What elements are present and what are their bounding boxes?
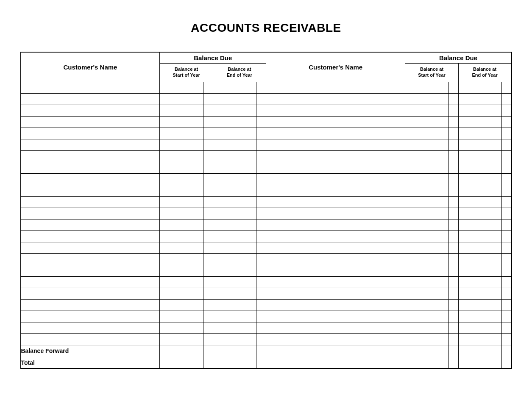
cell — [160, 105, 203, 116]
cell — [449, 219, 459, 230]
cell — [458, 128, 502, 139]
cell — [502, 357, 512, 369]
cell — [502, 333, 512, 345]
cell — [256, 173, 266, 185]
cell — [405, 105, 449, 116]
cell — [256, 357, 266, 369]
cell — [160, 93, 203, 105]
cell — [449, 139, 459, 150]
cell — [449, 196, 459, 208]
cell — [256, 333, 266, 345]
cell — [266, 150, 405, 162]
cell — [203, 162, 213, 173]
cell — [266, 311, 405, 322]
cell — [502, 196, 512, 208]
cell — [266, 276, 405, 288]
cell — [405, 322, 449, 333]
cell — [160, 345, 203, 357]
cell — [449, 276, 459, 288]
cell — [449, 345, 459, 357]
header-balance-due-right: Balance Due — [405, 52, 512, 63]
cell — [203, 93, 213, 105]
table-row — [21, 196, 512, 208]
cell — [213, 82, 256, 93]
cell — [160, 128, 203, 139]
cell — [458, 116, 502, 128]
cell — [256, 311, 266, 322]
cell — [449, 357, 459, 369]
cell — [160, 208, 203, 219]
cell — [458, 357, 502, 369]
cell — [449, 230, 459, 242]
cell — [203, 173, 213, 185]
cell — [256, 345, 266, 357]
cell — [266, 116, 405, 128]
balance-forward-row: Balance Forward — [21, 345, 512, 357]
cell — [405, 276, 449, 288]
cell — [160, 219, 203, 230]
cell — [405, 230, 449, 242]
cell — [458, 150, 502, 162]
cell — [458, 322, 502, 333]
cell — [160, 116, 203, 128]
cell — [203, 139, 213, 150]
cell — [449, 185, 459, 196]
cell — [213, 276, 256, 288]
header-customer-name-left: Customer's Name — [21, 52, 160, 82]
cell — [458, 253, 502, 265]
cell — [405, 299, 449, 311]
cell — [266, 288, 405, 299]
cell — [458, 242, 502, 253]
cell — [405, 139, 449, 150]
cell — [203, 288, 213, 299]
cell — [160, 311, 203, 322]
cell — [458, 299, 502, 311]
cell — [21, 265, 160, 276]
cell — [266, 265, 405, 276]
cell — [213, 93, 256, 105]
cell — [213, 357, 256, 369]
cell — [203, 333, 213, 345]
cell — [21, 196, 160, 208]
cell — [449, 288, 459, 299]
cell — [213, 311, 256, 322]
cell — [266, 345, 405, 357]
cell — [203, 322, 213, 333]
cell — [405, 333, 449, 345]
accounts-receivable-table: Customer's Name Balance Due Customer's N… — [20, 52, 512, 369]
cell — [21, 139, 160, 150]
cell — [256, 82, 266, 93]
cell — [213, 150, 256, 162]
cell — [502, 139, 512, 150]
cell — [405, 345, 449, 357]
cell — [256, 253, 266, 265]
cell — [203, 196, 213, 208]
cell — [160, 322, 203, 333]
cell — [203, 265, 213, 276]
cell — [21, 128, 160, 139]
cell — [256, 230, 266, 242]
table-row — [21, 276, 512, 288]
header-balance-end-right: Balance atEnd of Year — [458, 63, 511, 82]
cell — [203, 276, 213, 288]
cell — [405, 162, 449, 173]
cell — [458, 276, 502, 288]
cell — [21, 93, 160, 105]
header-balance-end-left: Balance atEnd of Year — [213, 63, 266, 82]
cell — [449, 173, 459, 185]
cell — [21, 219, 160, 230]
cell — [502, 185, 512, 196]
cell — [21, 105, 160, 116]
cell — [160, 185, 203, 196]
cell — [21, 185, 160, 196]
cell — [213, 230, 256, 242]
cell — [160, 230, 203, 242]
cell — [502, 82, 512, 93]
cell — [405, 185, 449, 196]
table-row — [21, 82, 512, 93]
cell — [266, 162, 405, 173]
cell — [256, 265, 266, 276]
cell — [256, 139, 266, 150]
cell — [266, 322, 405, 333]
cell — [160, 276, 203, 288]
